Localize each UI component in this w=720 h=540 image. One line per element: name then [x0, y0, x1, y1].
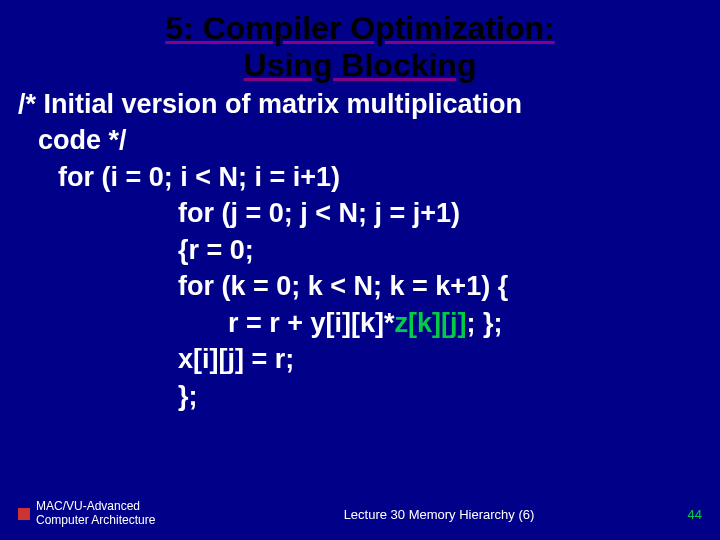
code-comment-line-2: code */ [18, 122, 702, 158]
code-close: }; [18, 378, 702, 414]
slide-body: /* Initial version of matrix multiplicat… [0, 86, 720, 414]
page-number: 44 [662, 507, 702, 522]
code-r-init: {r = 0; [18, 232, 702, 268]
code-comment-line-1: /* Initial version of matrix multiplicat… [18, 86, 702, 122]
title-line-1: 5: Compiler Optimization: [0, 10, 720, 47]
code-for-k: for (k = 0; k < N; k = k+1) { [18, 268, 702, 304]
slide-title: 5: Compiler Optimization: Using Blocking [0, 0, 720, 84]
code-for-i: for (i = 0; i < N; i = i+1) [18, 159, 702, 195]
code-x-assign: x[i][j] = r; [18, 341, 702, 377]
footer-left-line-1: MAC/VU-Advanced [36, 500, 216, 514]
code-zkj-highlight: z[k][j] [395, 308, 467, 338]
title-line-2: Using Blocking [0, 47, 720, 84]
code-r-calc: r = r + y[i][k]*z[k][j]; }; [18, 305, 702, 341]
code-r-calc-suffix: ; }; [467, 308, 503, 338]
footer-left: MAC/VU-Advanced Computer Architecture [36, 500, 216, 528]
slide-footer: MAC/VU-Advanced Computer Architecture Le… [0, 500, 720, 528]
bullet-icon [18, 508, 30, 520]
code-for-j: for (j = 0; j < N; j = j+1) [18, 195, 702, 231]
footer-left-line-2: Computer Architecture [36, 514, 216, 528]
code-r-calc-prefix: r = r + y[i][k]* [228, 308, 395, 338]
footer-center: Lecture 30 Memory Hierarchy (6) [216, 507, 662, 522]
